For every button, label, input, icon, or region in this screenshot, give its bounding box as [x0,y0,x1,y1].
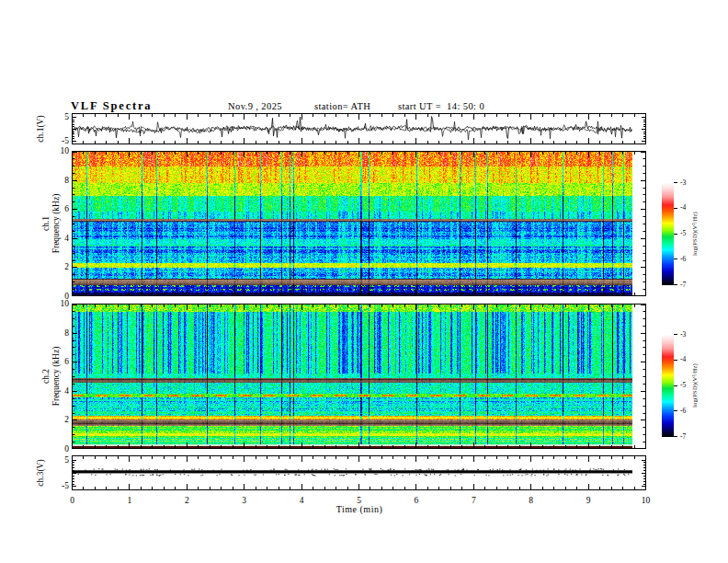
ch2-colorbar [662,334,680,437]
plot-title: VLF Spectra [71,99,152,113]
x-axis-tick-label: 10 [642,495,651,506]
ch3-waveform-plot [72,455,646,490]
x-axis-tick-label: 9 [586,495,591,506]
ch1-colorbar [662,182,680,285]
colorbar-tick-label: -4 [680,355,686,363]
time-axis-label: Time (min) [336,504,382,514]
colorbar-tick-label: -7 [680,432,686,441]
frequency-tick-label: 8 [44,175,69,186]
ch1-spectrogram-plot [72,151,646,296]
frequency-tick-label: 6 [44,203,69,214]
colorbar1-unit-label: log(PSD)(V²/Hz) [691,212,698,256]
x-axis-tick-label: 4 [300,495,304,506]
x-axis-tick-label: 7 [472,495,476,506]
frequency-tick-label: 2 [44,414,69,425]
frequency-tick-label: 10 [44,145,69,156]
frequency-tick-label: 4 [44,233,69,244]
colorbar-tick-label: -7 [680,281,686,289]
frequency-tick-label: 2 [44,261,69,272]
frequency-tick-label: 4 [44,385,69,396]
x-axis-tick-label: 1 [128,495,132,506]
frequency-tick-label: 6 [44,356,69,367]
colorbar-tick-label: -6 [680,255,686,263]
voltage-tick-label: -5 [44,135,69,146]
start-time-label: start UT = 14: 50: 0 [398,101,484,111]
x-axis-tick-label: 3 [242,495,246,506]
voltage-tick-label: 5 [44,111,69,122]
plot-date: Nov.9 , 2025 [228,101,282,111]
vlf-spectra-screen: VLF Spectra Nov.9 , 2025 station= ATH st… [0,0,728,563]
station-label: station= ATH [314,101,370,111]
frequency-tick-label: 10 [44,298,69,309]
frequency-tick-label: 0 [44,443,69,454]
colorbar2-unit-label: log(PSD)(V²/Hz) [691,363,698,408]
frequency-tick-label: 8 [44,327,69,339]
x-axis-tick-label: 0 [70,495,74,506]
colorbar-tick-label: -5 [680,229,686,237]
voltage-tick-label: 5 [44,454,69,465]
colorbar-tick-label: -5 [680,381,686,389]
x-axis-tick-label: 5 [357,495,361,506]
colorbar-tick-label: -3 [680,178,686,187]
x-axis-tick-label: 6 [415,495,419,506]
ch1-waveform-plot [72,113,646,144]
colorbar-tick-label: -4 [680,203,686,212]
x-axis-tick-label: 8 [529,495,533,506]
x-axis-tick-label: 2 [185,495,189,506]
voltage-tick-label: -5 [44,480,69,491]
colorbar-tick-label: -6 [680,407,686,415]
colorbar-tick-label: -3 [680,330,686,339]
ch2-spectrogram-plot [72,304,646,449]
